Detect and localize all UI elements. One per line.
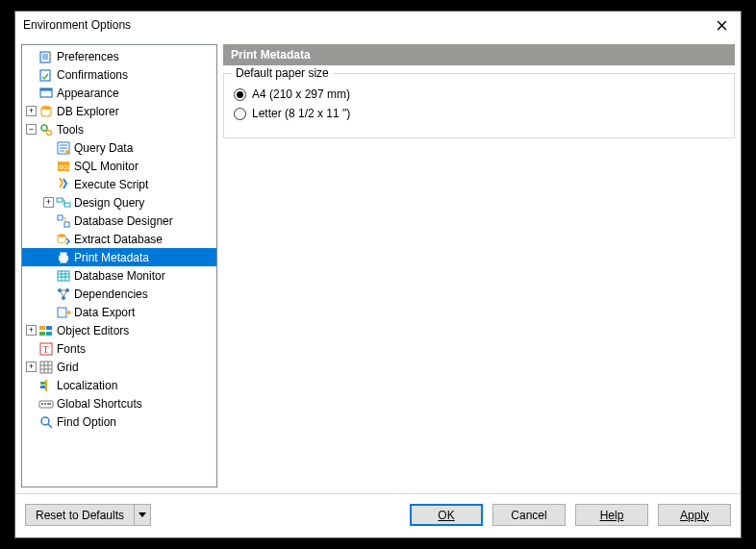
tree-item-label: Global Shortcuts	[57, 397, 142, 411]
tree-item-label: Tools	[57, 123, 84, 137]
svg-point-8	[65, 150, 69, 154]
tree-item-label: Preferences	[57, 50, 119, 63]
find-icon	[38, 414, 54, 430]
tree-item-preferences[interactable]: Preferences	[22, 47, 216, 65]
tree-item-confirmations[interactable]: Confirmations	[22, 65, 216, 84]
svg-rect-3	[40, 88, 52, 91]
grid-icon	[38, 360, 54, 375]
radio-label: Letter (8 1/2 x 11 ")	[252, 107, 350, 120]
tree-item-sql-monitor[interactable]: SQLSQL Monitor	[22, 157, 216, 175]
tree-item-grid[interactable]: +Grid	[22, 358, 216, 376]
appear-icon	[38, 86, 54, 101]
tree-item-label: Database Monitor	[74, 269, 165, 283]
paper-size-group: Default paper size A4 (210 x 297 mm)Lett…	[223, 73, 735, 138]
tree-item-label: Query Data	[74, 141, 133, 155]
tree-item-label: Fonts	[57, 342, 86, 356]
ok-button[interactable]: OK	[410, 504, 483, 526]
paper-size-option[interactable]: A4 (210 x 297 mm)	[234, 87, 724, 101]
tree-item-print-metadata[interactable]: Print Metadata	[22, 248, 216, 266]
tree-item-label: Grid	[57, 361, 79, 374]
tree-item-appearance[interactable]: Appearance	[22, 84, 216, 102]
tree-item-global-shortcuts[interactable]: Global Shortcuts	[22, 394, 216, 412]
tree-item-label: Localization	[57, 379, 117, 392]
tree-item-query-data[interactable]: Query Data	[22, 138, 216, 157]
print-icon	[56, 250, 71, 265]
tree-item-database-designer[interactable]: Database Designer	[22, 212, 216, 230]
svg-rect-13	[58, 215, 63, 220]
cancel-button[interactable]: Cancel	[492, 504, 566, 526]
apply-button[interactable]: Apply	[658, 504, 731, 526]
titlebar: Environment Options	[15, 12, 741, 38]
expand-icon[interactable]: +	[26, 106, 37, 116]
local-icon	[38, 378, 54, 393]
svg-rect-1	[40, 70, 50, 81]
fonts-icon: T	[38, 341, 54, 357]
tree-item-label: Design Query	[74, 196, 144, 210]
tree-item-label: DB Explorer	[57, 105, 119, 118]
content-area: PreferencesConfirmationsAppearance+DB Ex…	[15, 38, 741, 493]
tree-item-tools[interactable]: −Tools	[22, 120, 216, 138]
reset-defaults-button[interactable]: Reset to Defaults	[25, 504, 134, 526]
button-bar: Reset to Defaults OK Cancel Help Apply	[15, 493, 741, 537]
reset-defaults-dropdown[interactable]	[134, 504, 151, 526]
svg-rect-26	[39, 332, 45, 336]
tree-item-database-monitor[interactable]: Database Monitor	[22, 266, 216, 285]
radio-icon	[234, 88, 246, 101]
svg-rect-31	[45, 380, 47, 391]
svg-rect-18	[61, 260, 66, 262]
environment-options-window: Environment Options PreferencesConfirmat…	[14, 11, 742, 538]
tree-item-label: SQL Monitor	[74, 160, 139, 173]
db-icon	[38, 104, 54, 119]
help-button[interactable]: Help	[575, 504, 648, 526]
tree-item-design-query[interactable]: +Design Query	[22, 193, 216, 212]
svg-rect-35	[41, 403, 43, 405]
svg-rect-24	[39, 326, 45, 330]
tree-item-extract-database[interactable]: Extract Database	[22, 230, 216, 248]
close-button[interactable]	[708, 15, 735, 35]
tree-item-label: Appearance	[57, 87, 119, 100]
svg-text:T: T	[43, 344, 49, 355]
expand-icon[interactable]: +	[26, 362, 37, 372]
svg-rect-11	[57, 198, 63, 202]
tree-item-label: Print Metadata	[74, 251, 149, 264]
tree-item-localization[interactable]: Localization	[22, 376, 216, 394]
tree-item-label: Find Option	[57, 415, 116, 429]
chevron-down-icon	[139, 512, 146, 517]
close-icon	[717, 20, 727, 31]
extract-icon	[56, 232, 71, 247]
right-panel: Print Metadata Default paper size A4 (21…	[223, 44, 735, 487]
tree-item-object-editors[interactable]: +Object Editors	[22, 321, 216, 339]
svg-rect-17	[61, 253, 66, 256]
tree-item-fonts[interactable]: TFonts	[22, 339, 216, 358]
svg-point-38	[41, 417, 49, 425]
objed-icon	[38, 323, 54, 338]
tree-item-label: Data Export	[74, 306, 135, 319]
section-header: Print Metadata	[223, 44, 735, 65]
dbmon-icon	[56, 268, 71, 284]
expand-icon[interactable]: +	[26, 325, 37, 336]
exec-icon	[56, 177, 71, 192]
help-label: Help	[600, 509, 624, 522]
confirm-icon	[38, 67, 54, 83]
expand-icon[interactable]: +	[43, 197, 54, 208]
svg-rect-12	[64, 203, 70, 207]
svg-rect-36	[44, 403, 46, 405]
tree-item-execute-script[interactable]: Execute Script	[22, 175, 216, 193]
options-tree[interactable]: PreferencesConfirmationsAppearance+DB Ex…	[21, 44, 217, 487]
svg-rect-32	[40, 382, 45, 385]
tree-item-dependencies[interactable]: Dependencies	[22, 285, 216, 303]
tree-item-find-option[interactable]: Find Option	[22, 412, 216, 431]
radio-label: A4 (210 x 297 mm)	[252, 87, 350, 101]
export-icon	[56, 305, 71, 320]
svg-rect-27	[46, 332, 52, 336]
paper-size-option[interactable]: Letter (8 1/2 x 11 ")	[234, 107, 724, 120]
tree-item-db-explorer[interactable]: +DB Explorer	[22, 102, 216, 120]
group-title: Default paper size	[232, 66, 333, 80]
collapse-icon[interactable]: −	[26, 124, 37, 135]
svg-text:SQL: SQL	[59, 164, 71, 170]
tree-item-data-export[interactable]: Data Export	[22, 303, 216, 321]
svg-rect-33	[40, 386, 45, 388]
svg-rect-25	[46, 326, 52, 330]
short-icon	[38, 396, 54, 412]
tree-item-label: Extract Database	[74, 233, 163, 246]
